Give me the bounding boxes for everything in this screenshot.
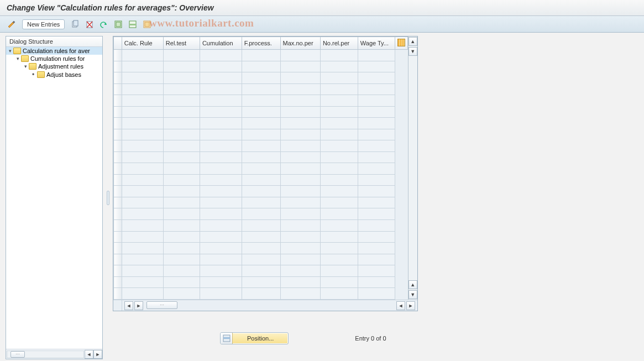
cell[interactable] bbox=[163, 265, 200, 277]
cell[interactable] bbox=[358, 219, 395, 231]
cell[interactable] bbox=[242, 219, 280, 231]
copy-icon[interactable] bbox=[69, 18, 81, 30]
cell[interactable] bbox=[358, 197, 395, 208]
cell[interactable] bbox=[122, 174, 163, 186]
cell[interactable] bbox=[242, 83, 280, 95]
cell[interactable] bbox=[242, 50, 280, 61]
cell[interactable] bbox=[280, 186, 320, 197]
cell[interactable] bbox=[320, 140, 358, 152]
table-row[interactable] bbox=[114, 231, 408, 243]
cell[interactable] bbox=[163, 163, 200, 175]
cell[interactable] bbox=[358, 243, 395, 254]
cell[interactable] bbox=[163, 276, 200, 288]
cell[interactable] bbox=[320, 276, 358, 288]
scroll-down-icon[interactable]: ▼ bbox=[409, 47, 417, 56]
cell[interactable] bbox=[122, 265, 163, 277]
row-selector[interactable] bbox=[114, 95, 122, 107]
cell[interactable] bbox=[358, 129, 395, 140]
cell[interactable] bbox=[200, 163, 242, 175]
cell[interactable] bbox=[122, 50, 163, 61]
scroll-thumb[interactable]: ⋯ bbox=[11, 351, 25, 358]
cell[interactable] bbox=[163, 254, 200, 265]
cell[interactable] bbox=[320, 186, 358, 197]
caret-down-icon[interactable]: ▾ bbox=[23, 64, 28, 69]
row-selector[interactable] bbox=[114, 288, 122, 300]
cell[interactable] bbox=[280, 140, 320, 152]
caret-down-icon[interactable]: ▾ bbox=[7, 48, 13, 54]
row-selector[interactable] bbox=[114, 254, 122, 265]
cell[interactable] bbox=[280, 72, 320, 84]
cell[interactable] bbox=[122, 140, 163, 152]
cell[interactable] bbox=[320, 231, 358, 243]
cell[interactable] bbox=[122, 72, 163, 84]
cell[interactable] bbox=[358, 50, 395, 61]
table-row[interactable] bbox=[114, 265, 408, 277]
table-row[interactable] bbox=[114, 95, 408, 107]
cell[interactable] bbox=[200, 72, 242, 84]
cell[interactable] bbox=[320, 72, 358, 84]
cell[interactable] bbox=[122, 163, 163, 175]
cell[interactable] bbox=[163, 186, 200, 197]
tree-node-adjust-bases[interactable]: • Adjust bases bbox=[6, 70, 102, 79]
cell[interactable] bbox=[358, 72, 395, 84]
cell[interactable] bbox=[200, 118, 242, 129]
cell[interactable] bbox=[242, 95, 280, 107]
table-row[interactable] bbox=[114, 106, 408, 118]
cell[interactable] bbox=[200, 83, 242, 95]
cell[interactable] bbox=[163, 243, 200, 254]
cell[interactable] bbox=[242, 276, 280, 288]
cell[interactable] bbox=[280, 61, 320, 72]
table-v-scrollbar[interactable]: ▲ ▼ ▲ ▼ bbox=[408, 36, 417, 300]
deselect-all-icon[interactable] bbox=[141, 18, 153, 30]
cell[interactable] bbox=[122, 129, 163, 140]
scroll-track[interactable]: ⋯ bbox=[7, 350, 84, 358]
cell[interactable] bbox=[242, 208, 280, 220]
cell[interactable] bbox=[280, 95, 320, 107]
cell[interactable] bbox=[200, 288, 242, 300]
table-row[interactable] bbox=[114, 163, 408, 175]
cell[interactable] bbox=[242, 231, 280, 243]
cell[interactable] bbox=[320, 219, 358, 231]
cell[interactable] bbox=[200, 140, 242, 152]
cell[interactable] bbox=[242, 106, 280, 118]
cell[interactable] bbox=[122, 118, 163, 129]
cell[interactable] bbox=[358, 174, 395, 186]
cell[interactable] bbox=[163, 83, 200, 95]
cell[interactable] bbox=[280, 50, 320, 61]
cell[interactable] bbox=[122, 83, 163, 95]
cell[interactable] bbox=[280, 265, 320, 277]
cell[interactable] bbox=[122, 288, 163, 300]
cell[interactable] bbox=[122, 219, 163, 231]
cell[interactable] bbox=[163, 61, 200, 72]
cell[interactable] bbox=[242, 197, 280, 208]
cell[interactable] bbox=[242, 288, 280, 300]
cell[interactable] bbox=[320, 265, 358, 277]
cell[interactable] bbox=[163, 219, 200, 231]
cell[interactable] bbox=[320, 83, 358, 95]
cell[interactable] bbox=[358, 186, 395, 197]
caret-down-icon[interactable]: ▾ bbox=[15, 56, 20, 61]
cell[interactable] bbox=[163, 140, 200, 152]
cell[interactable] bbox=[320, 197, 358, 208]
table-row[interactable] bbox=[114, 151, 408, 163]
tree-node-calc-rules[interactable]: ▾ Calculation rules for aver bbox=[6, 47, 102, 55]
new-entries-button[interactable]: New Entries bbox=[22, 19, 65, 29]
cell[interactable] bbox=[320, 118, 358, 129]
tree-node-adjustment[interactable]: ▾ Adjustment rules bbox=[6, 62, 102, 70]
row-selector[interactable] bbox=[114, 276, 122, 288]
cell[interactable] bbox=[242, 72, 280, 84]
cell[interactable] bbox=[280, 276, 320, 288]
row-selector[interactable] bbox=[114, 129, 122, 140]
cell[interactable] bbox=[320, 95, 358, 107]
column-header[interactable]: No.rel.per bbox=[320, 37, 358, 50]
cell[interactable] bbox=[358, 83, 395, 95]
cell[interactable] bbox=[320, 208, 358, 220]
cell[interactable] bbox=[122, 106, 163, 118]
cell[interactable] bbox=[200, 95, 242, 107]
position-button[interactable]: Position... bbox=[220, 332, 289, 344]
cell[interactable] bbox=[122, 243, 163, 254]
cell[interactable] bbox=[122, 231, 163, 243]
cell[interactable] bbox=[163, 151, 200, 163]
cell[interactable] bbox=[242, 151, 280, 163]
select-all-icon[interactable] bbox=[112, 18, 124, 30]
